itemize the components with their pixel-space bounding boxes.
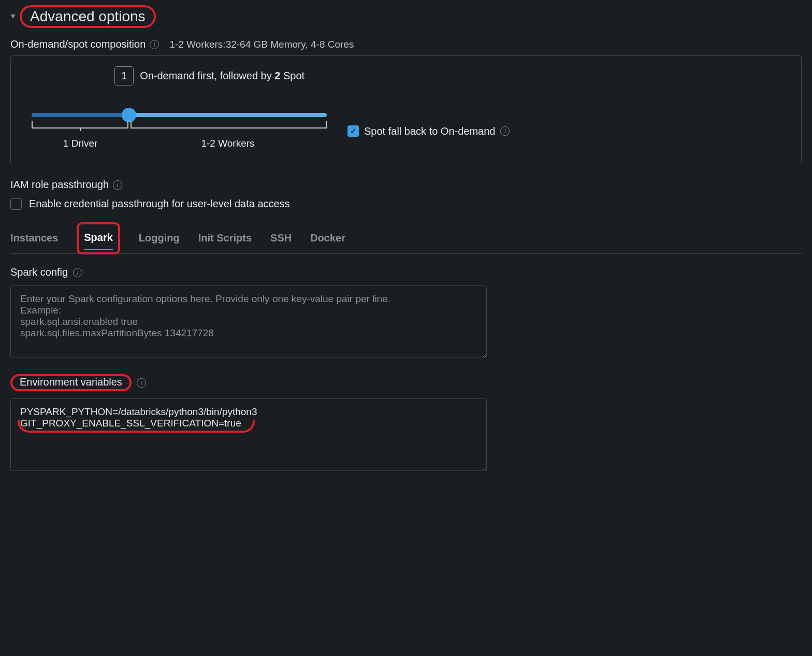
composition-panel: 1 On-demand first, followed by 2 Spot 1 … (10, 55, 802, 165)
info-icon[interactable]: i (137, 378, 146, 388)
composition-summary: 1-2 Workers:32-64 GB Memory, 4-8 Cores (169, 39, 354, 50)
slider-fill (32, 113, 129, 117)
info-icon[interactable]: i (150, 40, 159, 49)
iam-checkbox-row: Enable credential passthrough for user-l… (10, 198, 802, 210)
section-title: Advanced options (30, 8, 146, 24)
slider-description: On-demand first, followed by 2 Spot (140, 70, 304, 82)
composition-label: On-demand/spot composition i (10, 38, 159, 50)
chevron-down-icon (10, 15, 16, 19)
env-vars-textarea[interactable] (10, 398, 487, 471)
iam-checkbox-label: Enable credential passthrough for user-l… (29, 198, 290, 210)
iam-section: IAM role passthrough i Enable credential… (10, 179, 802, 210)
spark-config-section: Spark config i (10, 266, 802, 361)
slider-thumb[interactable] (122, 108, 136, 122)
bracket-labels: 1 Driver 1-2 Workers (32, 138, 327, 149)
highlight-annotation: Advanced options (20, 5, 156, 28)
slider-track (32, 113, 327, 117)
workers-label: 1-2 Workers (129, 138, 327, 149)
slider-brackets (32, 121, 327, 129)
highlight-annotation: Spark (77, 222, 120, 254)
env-vars-section: Environment variables i (10, 374, 802, 474)
info-icon[interactable]: i (73, 268, 82, 277)
slider-value-box: 1 (114, 66, 134, 85)
config-tabs: Instances Spark Logging Init Scripts SSH… (10, 222, 802, 254)
tab-instances[interactable]: Instances (10, 227, 58, 249)
spot-fallback-label: Spot fall back to On-demand (364, 125, 495, 137)
advanced-options-header[interactable]: Advanced options (10, 5, 802, 28)
iam-label: IAM role passthrough i (10, 179, 122, 191)
highlight-annotation: Environment variables (10, 374, 132, 391)
info-icon[interactable]: i (500, 126, 510, 136)
slider-value-row: 1 On-demand first, followed by 2 Spot (114, 66, 304, 85)
tab-docker[interactable]: Docker (310, 227, 345, 249)
composition-label-row: On-demand/spot composition i 1-2 Workers… (10, 38, 802, 50)
driver-label: 1 Driver (32, 138, 129, 149)
tab-init-scripts[interactable]: Init Scripts (198, 227, 252, 249)
tab-spark[interactable]: Spark (84, 226, 113, 250)
spot-fallback-checkbox[interactable]: ✓ (347, 125, 359, 137)
iam-passthrough-checkbox[interactable] (10, 198, 22, 210)
tab-logging[interactable]: Logging (139, 227, 180, 249)
env-vars-label: Environment variables (20, 376, 122, 388)
info-icon[interactable]: i (113, 180, 122, 190)
tab-ssh[interactable]: SSH (270, 227, 292, 249)
spark-config-textarea[interactable] (10, 286, 487, 358)
composition-slider[interactable]: 1 Driver 1-2 Workers (32, 113, 327, 149)
spark-config-label: Spark config (10, 266, 68, 278)
spot-fallback-row: ✓ Spot fall back to On-demand i (347, 125, 510, 137)
